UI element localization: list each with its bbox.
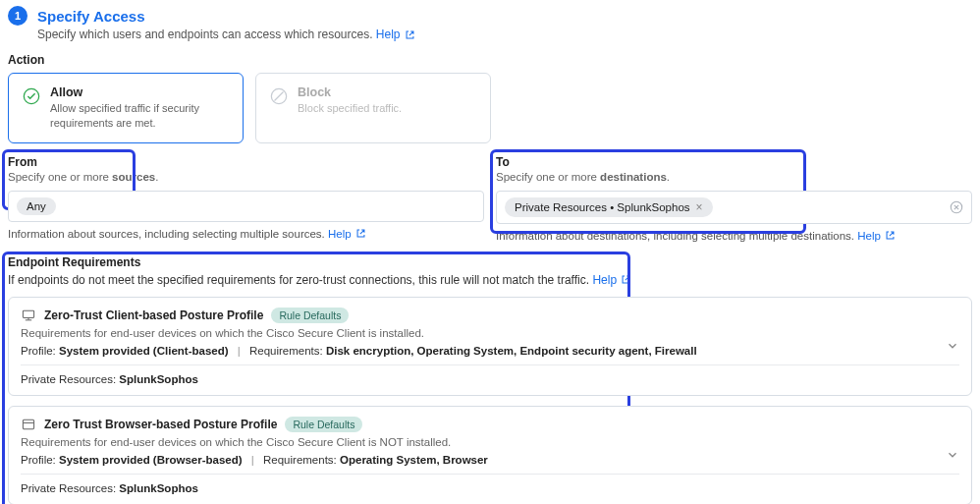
- profile-header: Zero Trust Browser-based Posture Profile…: [21, 417, 959, 432]
- from-help-link[interactable]: Help: [328, 228, 366, 240]
- to-helptext: Information about destinations, includin…: [496, 230, 854, 242]
- to-chip-input[interactable]: Private Resources • SplunkSophos ×: [496, 191, 972, 224]
- browser-resources-line: Private Resources: SplunkSophos: [21, 482, 959, 494]
- action-section-label: Action: [8, 53, 972, 67]
- action-cards: Allow Allow specified traffic if securit…: [8, 73, 972, 143]
- to-column: To Specify one or more destinations. Pri…: [496, 155, 972, 242]
- browser-profile-title: Zero Trust Browser-based Posture Profile: [44, 418, 277, 431]
- clear-all-icon[interactable]: [950, 200, 963, 214]
- chevron-down-icon[interactable]: [946, 448, 959, 462]
- step-subtitle-row: Specify which users and endpoints can ac…: [37, 28, 972, 41]
- step-header: 1 Specify Access: [8, 6, 972, 26]
- from-chip[interactable]: Any: [17, 197, 56, 215]
- divider: [21, 364, 959, 365]
- block-circle-icon: [270, 87, 288, 105]
- external-link-icon: [405, 29, 415, 40]
- to-help-link[interactable]: Help: [857, 230, 896, 242]
- from-label: From: [8, 155, 484, 169]
- monitor-icon: [21, 308, 36, 323]
- external-link-icon: [355, 228, 366, 239]
- browser-profile-desc: Requirements for end-user devices on whi…: [21, 436, 959, 448]
- to-label: To: [496, 155, 972, 169]
- rule-defaults-badge: Rule Defaults: [271, 308, 349, 323]
- profile-card-client: Zero-Trust Client-based Posture Profile …: [8, 297, 972, 396]
- profile-header: Zero-Trust Client-based Posture Profile …: [21, 308, 959, 323]
- block-title: Block: [298, 85, 402, 99]
- rule-defaults-badge: Rule Defaults: [285, 417, 362, 432]
- step-number-badge: 1: [8, 6, 27, 26]
- endpoint-requirements-section: Endpoint Requirements If endpoints do no…: [8, 255, 972, 504]
- endpoint-help-link[interactable]: Help: [592, 273, 631, 287]
- from-hint: Specify one or more sources.: [8, 171, 484, 183]
- external-link-icon: [621, 274, 631, 285]
- svg-line-2: [275, 92, 284, 101]
- endpoint-desc: If endpoints do not meet the specified r…: [8, 273, 589, 287]
- browser-profile-line: Profile: System provided (Browser-based)…: [21, 454, 959, 466]
- allow-desc: Allow specified traffic if security requ…: [50, 101, 229, 131]
- endpoint-label: Endpoint Requirements: [8, 255, 972, 269]
- client-profile-title: Zero-Trust Client-based Posture Profile: [44, 308, 263, 322]
- to-helptext-row: Information about destinations, includin…: [496, 230, 972, 242]
- checkmark-circle-icon: [23, 87, 40, 105]
- step-title: Specify Access: [37, 8, 145, 25]
- step-help-link[interactable]: Help: [376, 28, 415, 41]
- from-helptext: Information about sources, including sel…: [8, 228, 325, 240]
- external-link-icon: [885, 230, 896, 241]
- svg-rect-4: [23, 310, 33, 317]
- from-chip-input[interactable]: Any: [8, 191, 484, 222]
- to-chip[interactable]: Private Resources • SplunkSophos ×: [505, 197, 713, 217]
- chevron-down-icon[interactable]: [946, 339, 959, 353]
- step-subtitle: Specify which users and endpoints can ac…: [37, 28, 373, 41]
- from-to-row: From Specify one or more sources. Any In…: [8, 155, 972, 242]
- svg-rect-7: [23, 420, 33, 429]
- from-helptext-row: Information about sources, including sel…: [8, 228, 484, 240]
- client-resources-line: Private Resources: SplunkSophos: [21, 373, 959, 385]
- profile-card-browser: Zero Trust Browser-based Posture Profile…: [8, 406, 972, 504]
- from-column: From Specify one or more sources. Any In…: [8, 155, 484, 242]
- step-help-label: Help: [376, 28, 401, 41]
- block-desc: Block specified traffic.: [298, 101, 402, 116]
- client-profile-desc: Requirements for end-user devices on whi…: [21, 327, 959, 339]
- browser-window-icon: [21, 417, 36, 432]
- action-card-block[interactable]: Block Block specified traffic.: [255, 73, 491, 143]
- action-card-allow[interactable]: Allow Allow specified traffic if securit…: [8, 73, 244, 143]
- endpoint-desc-row: If endpoints do not meet the specified r…: [8, 273, 972, 287]
- chip-remove-icon[interactable]: ×: [696, 200, 703, 214]
- to-hint: Specify one or more destinations.: [496, 171, 972, 183]
- allow-title: Allow: [50, 85, 229, 99]
- client-profile-line: Profile: System provided (Client-based) …: [21, 345, 959, 357]
- divider: [21, 474, 959, 475]
